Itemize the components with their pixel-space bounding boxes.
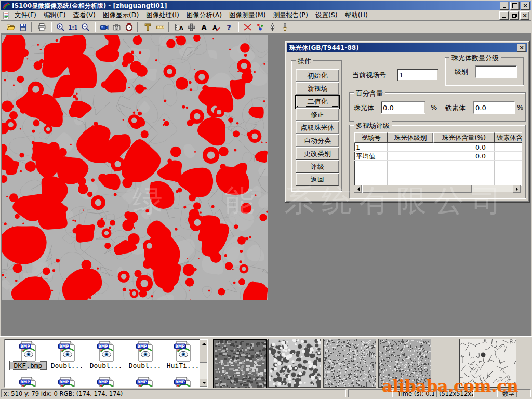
- table-horizontal-scrollbar[interactable]: [354, 185, 521, 192]
- annotate-icon[interactable]: A: [210, 21, 222, 33]
- zoom-in-icon[interactable]: [54, 21, 66, 33]
- file-item[interactable]: BMP: [88, 377, 124, 388]
- print-icon[interactable]: [35, 21, 48, 33]
- brush-icon[interactable]: [278, 21, 291, 33]
- table-row[interactable]: [354, 169, 522, 178]
- menu-item-7[interactable]: 测量报告(P): [270, 10, 312, 20]
- menu-item-0[interactable]: 文件(F): [11, 10, 40, 20]
- menu-item-5[interactable]: 图像分析(A): [183, 10, 225, 20]
- file-item[interactable]: BMPHuiTi...: [165, 341, 201, 369]
- current-field-input[interactable]: [397, 69, 438, 81]
- table-header-3[interactable]: 铁素体含量(%): [495, 132, 522, 143]
- thumb-fine-speckle-2[interactable]: [378, 339, 431, 388]
- op-button-8[interactable]: 返回: [296, 173, 339, 186]
- close-button[interactable]: ×: [521, 2, 530, 10]
- menu-item-3[interactable]: 图像显示(D): [99, 10, 142, 20]
- multi-field-table[interactable]: 视场号珠光体级别珠光体含量(%)铁素体含量(%)10.0平均值0.0: [354, 132, 522, 186]
- text-icon[interactable]: A: [197, 21, 210, 33]
- file-item[interactable]: BMPDoubl...: [88, 341, 124, 369]
- grid-icon[interactable]: [185, 21, 197, 33]
- dialog-title-bar[interactable]: 珠光体(GB/T9441-88) ×: [287, 43, 527, 52]
- window-title: IS100显微摄像系统(金相分析版) - [zhuguangti01]: [12, 2, 167, 10]
- menu-item-8[interactable]: 设置(S): [312, 10, 341, 20]
- child-restore-button[interactable]: [510, 11, 519, 20]
- ruler-icon[interactable]: [154, 21, 166, 33]
- file-item[interactable]: BMPDKF.bmp: [10, 341, 46, 369]
- file-item[interactable]: BMPDoubl...: [127, 341, 163, 369]
- status-position: x: 510 y: 79 idx: 0 RGB: (174, 174, 174): [1, 389, 346, 397]
- toolbar-separator: [137, 22, 139, 32]
- actual-size-icon[interactable]: 1:1: [66, 21, 79, 33]
- op-button-5[interactable]: 自动分类: [296, 134, 339, 147]
- maximize-button[interactable]: [510, 2, 520, 10]
- document-icon[interactable]: [2, 11, 11, 20]
- thumb-dark-banded[interactable]: [213, 339, 267, 389]
- op-button-3[interactable]: 修正: [296, 108, 339, 121]
- table-row[interactable]: [354, 161, 522, 169]
- clock-icon[interactable]: [123, 21, 135, 33]
- operation-group: 操作 初始化新视场二值化修正点取珠光体自动分类更改类别评级返回: [291, 60, 342, 191]
- op-button-1[interactable]: 新视场: [296, 82, 339, 95]
- file-item[interactable]: BMP: [165, 377, 201, 388]
- caliper-icon[interactable]: [141, 21, 154, 33]
- menu-item-6[interactable]: 图像测量(M): [225, 10, 270, 20]
- table-header-1[interactable]: 珠光体级别: [388, 132, 433, 143]
- ferrite-input[interactable]: [473, 101, 515, 114]
- particles-icon[interactable]: [254, 21, 266, 33]
- svg-text:BMP: BMP: [175, 380, 185, 384]
- pen-icon[interactable]: [266, 21, 278, 33]
- child-minimize-button[interactable]: [499, 11, 509, 20]
- dialog-close-icon[interactable]: ×: [517, 44, 526, 52]
- minimize-button[interactable]: [500, 2, 509, 10]
- multi-field-group: 多视场评级 视场号珠光体级别珠光体含量(%)铁素体含量(%)10.0平均值0.0: [349, 125, 526, 198]
- menu-item-4[interactable]: 图像处理(I): [142, 10, 182, 20]
- toolbar-separator: [94, 22, 96, 32]
- table-cell: 1: [354, 143, 388, 151]
- op-button-4[interactable]: 点取珠光体: [296, 121, 339, 134]
- toolbar-separator: [168, 22, 170, 32]
- menu-item-2[interactable]: 查看(V): [70, 10, 99, 20]
- menu-item-1[interactable]: 编辑(E): [40, 10, 70, 20]
- help-icon[interactable]: ?: [222, 21, 235, 33]
- file-item[interactable]: BMPDoubl...: [49, 341, 85, 369]
- table-cell: 0.0: [433, 143, 495, 151]
- workspace: 珠光体(GB/T9441-88) × 操作 初始化新视场二值化修正点取珠光体自动…: [1, 34, 531, 336]
- thumb-light-flakes[interactable]: [459, 339, 516, 388]
- curve-delete-icon[interactable]: [241, 21, 254, 33]
- op-button-6[interactable]: 更改类别: [296, 147, 339, 160]
- op-button-2[interactable]: 二值化: [296, 95, 339, 108]
- file-item[interactable]: BMP: [49, 377, 85, 388]
- camera-icon[interactable]: [110, 21, 123, 33]
- status-mode: 数字: [500, 389, 514, 397]
- file-item[interactable]: BMP: [10, 377, 46, 388]
- thumb-coarse-blobs[interactable]: [268, 339, 321, 388]
- table-row[interactable]: 平均值0.0: [354, 152, 522, 161]
- grade-group-label: 珠光体数量分级: [449, 54, 501, 63]
- table-header-0[interactable]: 视场号: [354, 132, 388, 143]
- micrograph-image[interactable]: [2, 35, 268, 300]
- file-item[interactable]: BMP: [127, 377, 163, 388]
- percent-group-label: 百分含量: [354, 89, 385, 98]
- op-button-7[interactable]: 评级: [296, 160, 339, 173]
- grade-input[interactable]: [475, 65, 517, 78]
- child-close-button[interactable]: ×: [520, 11, 529, 20]
- scroll-right-icon[interactable]: [513, 185, 521, 193]
- table-cell: [433, 161, 495, 169]
- open-icon[interactable]: [4, 21, 17, 33]
- scroll-left-icon[interactable]: [354, 185, 362, 193]
- svg-text:BMP: BMP: [20, 380, 30, 384]
- zoom-out-icon[interactable]: [79, 21, 91, 33]
- menu-item-9[interactable]: 帮助(H): [341, 10, 371, 20]
- bottom-panel: BMPDKF.bmpBMPDoubl...BMPDoubl...BMPDoubl…: [0, 336, 532, 389]
- video-camera-icon[interactable]: [98, 21, 110, 33]
- status-spare-3: [516, 389, 531, 397]
- percent-group: 百分含量 珠光体 % 铁素体 %: [349, 92, 526, 122]
- measure-text-icon[interactable]: A: [172, 21, 185, 33]
- table-header-2[interactable]: 珠光体含量(%): [433, 132, 495, 143]
- pearlite-input[interactable]: [381, 101, 425, 114]
- op-button-0[interactable]: 初始化: [296, 69, 339, 82]
- table-row[interactable]: 10.0: [354, 143, 522, 152]
- save-icon[interactable]: [17, 21, 29, 33]
- thumb-fine-speckle-1[interactable]: [323, 339, 376, 388]
- scrollbar-thumb[interactable]: [362, 185, 472, 193]
